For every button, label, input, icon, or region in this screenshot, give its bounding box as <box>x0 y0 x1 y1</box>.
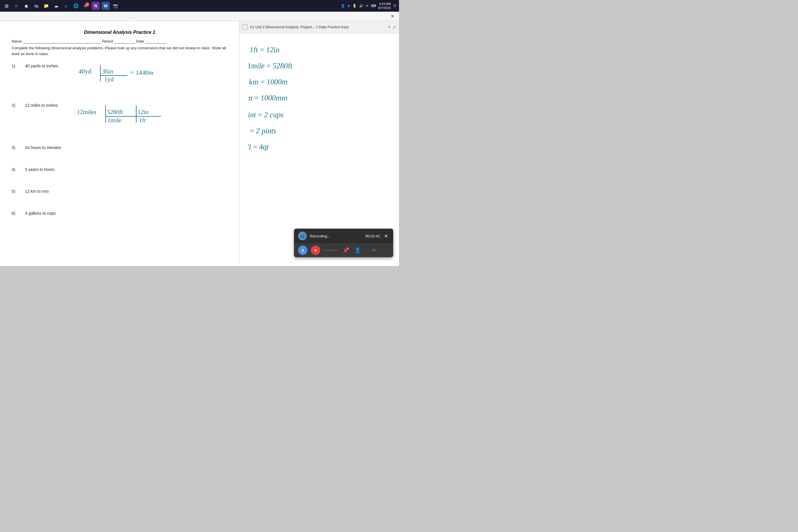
date-label: Date <box>136 39 144 43</box>
recording-pause-button[interactable]: ⏸ <box>298 246 307 255</box>
recording-spacer <box>324 250 338 250</box>
svg-text:1qt = 2 pints: 1qt = 2 pints <box>248 127 277 135</box>
word-button[interactable]: W <box>101 2 110 10</box>
panel-expand-icon[interactable]: ⤢ <box>393 25 396 30</box>
svg-text:12miles: 12miles <box>77 109 97 115</box>
recording-controls: ⏸ ■ 📌 👤 · ✏ <box>294 243 393 257</box>
problem-2-num: 2) <box>12 102 20 108</box>
problem-4-text: 5 years to hours <box>25 166 72 172</box>
recording-header: 📹 Recording... 00:01:41 ✕ <box>294 229 393 243</box>
clock: 9:44 AM 8/7/2019 <box>378 2 391 10</box>
panel-doc-icon: 📄 <box>242 24 248 30</box>
problem-5: 5) 12 km to mm <box>12 188 228 194</box>
edge-button[interactable]: e <box>62 2 70 10</box>
mail-button[interactable]: ✉ ✉ <box>82 2 90 10</box>
document-instructions: Complete the following dimensional analy… <box>12 45 228 57</box>
panel-title: A1 Unit 2 Dimensional Analysis, Proport.… <box>250 25 386 29</box>
handwritten-notes: 1ft = 12in 1mile = 5280ft 1km = 1000m 1m… <box>248 39 359 162</box>
recording-more-icon[interactable]: · <box>365 247 367 254</box>
panel-dropdown-icon[interactable]: ▾ <box>388 25 390 29</box>
document-title: Dimensional Analysis Practice 1 <box>12 30 228 35</box>
right-panel: 📄 A1 Unit 2 Dimensional Analysis, Propor… <box>239 21 399 266</box>
app-close-button[interactable]: ✕ <box>388 13 397 20</box>
svg-text:36in: 36in <box>101 68 113 75</box>
taskbar-right: 👤 ∨ 🔋 🔊 ✏ ⌨ 9:44 AM 8/7/2019 🗨 <box>341 2 397 10</box>
weather-button[interactable]: ☁ <box>52 2 60 10</box>
recording-stop-button[interactable]: ■ <box>311 246 320 255</box>
start-button[interactable]: ⊞ <box>2 2 11 10</box>
mail-badge: ✉ <box>85 2 89 6</box>
svg-text:12in: 12in <box>137 109 149 115</box>
battery-icon: 🔋 <box>352 4 357 8</box>
problem-4: 4) 5 years to hours <box>12 166 228 172</box>
name-label: Name <box>12 39 22 43</box>
recording-time: 00:01:41 <box>365 234 380 238</box>
document-header: Name ___________________________________… <box>12 39 228 43</box>
recording-widget: 📹 Recording... 00:01:41 ✕ ⏸ ■ 📌 👤 <box>294 229 393 257</box>
svg-text:1gall = 4qt: 1gall = 4qt <box>248 142 270 151</box>
problem-2-work: 12miles 5280ft 1mile 12in 1f <box>76 102 228 128</box>
problem-3-text: 24 hours to minutes <box>25 144 72 150</box>
svg-text:1ft = 12in: 1ft = 12in <box>249 45 280 54</box>
problem-6: 6) 4 gallons to cups <box>12 210 228 215</box>
svg-text:40yd: 40yd <box>78 68 92 75</box>
recording-close-button[interactable]: ✕ <box>383 233 389 239</box>
name-line: _____________________________________ <box>23 39 102 43</box>
search-button[interactable]: ○ <box>12 2 20 10</box>
network-icon: 👤 <box>341 4 345 8</box>
svg-text:5280ft: 5280ft <box>107 109 124 115</box>
problem-3-num: 3) <box>12 144 20 150</box>
chrome-button[interactable]: 🌐 <box>72 2 80 10</box>
period-label: Period <box>102 39 113 43</box>
problem-2: 2) 12 miles to inches 12miles 5280ft 1mi… <box>12 102 228 128</box>
notification-icon[interactable]: 🗨 <box>393 4 397 8</box>
window-area: ... ✕ Dimensional Analysis Practice 1 Na… <box>0 12 399 266</box>
svg-text:1m = 1000mm: 1m = 1000mm <box>248 94 288 102</box>
app-dots: ... <box>129 14 135 19</box>
problem-5-num: 5) <box>12 188 20 194</box>
problem-6-text: 4 gallons to cups <box>25 210 72 215</box>
clock-date: 8/7/2019 <box>378 6 391 10</box>
problem-1-solution: 40yd 36in 1yd = 1440in <box>76 62 187 86</box>
problem-6-num: 6) <box>12 210 20 215</box>
svg-text:1mile: 1mile <box>107 117 121 124</box>
problem-4-num: 4) <box>12 166 20 172</box>
problem-2-solution: 12miles 5280ft 1mile 12in 1f <box>76 102 199 128</box>
store-button[interactable]: 🛍 <box>32 2 40 10</box>
problem-1-text: 40 yards to inches <box>25 62 72 68</box>
taskbar: ⊞ ○ ▣ 🛍 📁 ☁ e 🌐 ✉ ✉ N W <box>0 0 399 12</box>
pen-icon: ✏ <box>366 4 369 8</box>
onenote-button[interactable]: N <box>92 2 100 10</box>
keyboard-icon: ⌨ <box>371 4 376 8</box>
problem-5-text: 12 km to mm <box>25 188 72 194</box>
recording-person-button[interactable]: 👤 <box>354 246 362 254</box>
webcam-button[interactable]: 📷 <box>111 2 119 10</box>
svg-text:1mile = 5280ft: 1mile = 5280ft <box>248 61 293 70</box>
recording-camera-icon: 📹 <box>298 232 307 240</box>
right-panel-content: 1ft = 12in 1mile = 5280ft 1km = 1000m 1m… <box>240 33 399 169</box>
document-area: Dimensional Analysis Practice 1 Name ___… <box>0 21 239 266</box>
volume-icon: 🔊 <box>359 4 363 8</box>
expand-icon: ∨ <box>347 4 350 8</box>
svg-text:1km = 1000m: 1km = 1000m <box>248 78 288 86</box>
recording-pin-button[interactable]: 📌 <box>342 246 350 254</box>
recording-pen-button[interactable]: ✏ <box>370 246 379 254</box>
right-panel-header: 📄 A1 Unit 2 Dimensional Analysis, Propor… <box>240 21 399 33</box>
task-view-button[interactable]: ▣ <box>22 2 30 10</box>
svg-text:= 1440in: = 1440in <box>130 69 153 76</box>
problem-1: 1) 40 yards to inches 40yd 36in 1yd = 14… <box>12 62 228 86</box>
clock-time: 9:44 AM <box>378 2 391 6</box>
date-line: __________ <box>145 39 166 43</box>
svg-text:1pint = 2 cups: 1pint = 2 cups <box>248 111 284 119</box>
problem-2-text: 12 miles to inches <box>25 102 72 108</box>
svg-text:1ft: 1ft <box>138 117 146 124</box>
period-line: __________ <box>114 39 136 43</box>
svg-text:1yd: 1yd <box>104 76 114 83</box>
problem-1-num: 1) <box>12 62 20 68</box>
recording-label: Recording... <box>310 234 362 238</box>
file-explorer-button[interactable]: 📁 <box>42 2 50 10</box>
problem-1-work: 40yd 36in 1yd = 1440in <box>76 62 228 86</box>
taskbar-left: ⊞ ○ ▣ 🛍 📁 ☁ e 🌐 ✉ ✉ N W <box>2 2 119 10</box>
app-title-bar: ... ✕ <box>0 12 399 21</box>
problem-3: 3) 24 hours to minutes <box>12 144 228 150</box>
